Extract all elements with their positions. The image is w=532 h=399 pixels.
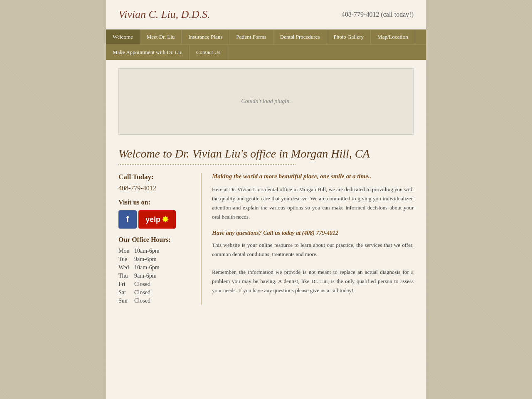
plugin-message: Couldn't load plugin. xyxy=(241,98,291,105)
site-title: Vivian C. Liu, D.D.S. xyxy=(118,8,210,21)
hours-day: Tue xyxy=(118,255,134,264)
hours-label: Our Office Hours: xyxy=(118,236,193,244)
hours-row: SunClosed xyxy=(118,297,162,305)
hours-row: Wed10am-6pm xyxy=(118,264,162,272)
call-today-label: Call Today: xyxy=(118,173,193,181)
yelp-label: yelp xyxy=(145,215,160,224)
body-text-1: Here at Dr. Vivian Liu's dental office i… xyxy=(212,185,414,222)
social-icons: f yelp ✸ xyxy=(118,210,193,229)
facebook-letter: f xyxy=(126,214,129,225)
facebook-icon[interactable]: f xyxy=(118,210,137,229)
nav-map-location[interactable]: Map/Location xyxy=(371,30,415,44)
content-area: Couldn't load plugin. Welcome to Dr. Viv… xyxy=(106,60,426,313)
hours-day: Wed xyxy=(118,264,134,272)
nav-row1: Welcome Meet Dr. Liu Insurance Plans Pat… xyxy=(106,30,426,44)
hours-time: 9am-6pm xyxy=(134,255,162,264)
left-column: Call Today: 408-779-4012 Visit us on: f … xyxy=(118,173,202,305)
body-text-3: Remember, the information we provide is … xyxy=(212,268,414,295)
nav-contact-us[interactable]: Contact Us xyxy=(190,45,227,60)
tagline: Making the world a more beautiful place,… xyxy=(212,173,414,180)
header-phone: 408-779-4012 (call today!) xyxy=(342,11,414,18)
welcome-heading: Welcome to Dr. Vivian Liu's office in Mo… xyxy=(118,143,414,160)
hours-day: Mon xyxy=(118,247,134,255)
hours-day: Sun xyxy=(118,297,134,305)
hours-row: Mon10am-6pm xyxy=(118,247,162,255)
hours-row: SatClosed xyxy=(118,288,162,297)
heading-divider xyxy=(118,164,296,165)
hours-time: 9am-6pm xyxy=(134,272,162,280)
hours-row: Thu9am-6pm xyxy=(118,272,162,280)
hours-row: FriClosed xyxy=(118,280,162,288)
question-heading: Have any questions? Call us today at (40… xyxy=(212,230,414,236)
hours-table: Mon10am-6pmTue9am-6pmWed10am-6pmThu9am-6… xyxy=(118,247,162,305)
hours-time: 10am-6pm xyxy=(134,247,162,255)
hours-time: Closed xyxy=(134,297,162,305)
nav-make-appointment[interactable]: Make Appointment with Dr. Liu xyxy=(106,45,190,60)
hours-day: Fri xyxy=(118,280,134,288)
header: Vivian C. Liu, D.D.S. 408-779-4012 (call… xyxy=(106,0,426,30)
nav-welcome[interactable]: Welcome xyxy=(106,30,140,44)
nav-patient-forms[interactable]: Patient Forms xyxy=(229,30,273,44)
right-column: Making the world a more beautiful place,… xyxy=(202,173,414,305)
hours-time: Closed xyxy=(134,280,162,288)
nav-insurance[interactable]: Insurance Plans xyxy=(182,30,229,44)
hours-row: Tue9am-6pm xyxy=(118,255,162,264)
hours-day: Sat xyxy=(118,288,134,297)
nav-photo-gallery[interactable]: Photo Gallery xyxy=(327,30,371,44)
nav-meet-dr-liu[interactable]: Meet Dr. Liu xyxy=(140,30,182,44)
hours-time: Closed xyxy=(134,288,162,297)
yelp-star: ✸ xyxy=(162,214,169,224)
body-text-2: This website is your online resource to … xyxy=(212,241,414,259)
hours-day: Thu xyxy=(118,272,134,280)
two-column-layout: Call Today: 408-779-4012 Visit us on: f … xyxy=(118,173,414,305)
left-phone: 408-779-4012 xyxy=(118,185,193,192)
nav-dental-procedures[interactable]: Dental Procedures xyxy=(273,30,327,44)
hours-time: 10am-6pm xyxy=(134,264,162,272)
plugin-area: Couldn't load plugin. xyxy=(118,68,414,135)
nav-row2: Make Appointment with Dr. Liu Contact Us xyxy=(106,44,426,60)
yelp-icon[interactable]: yelp ✸ xyxy=(138,210,176,229)
visit-label: Visit us on: xyxy=(118,199,193,206)
